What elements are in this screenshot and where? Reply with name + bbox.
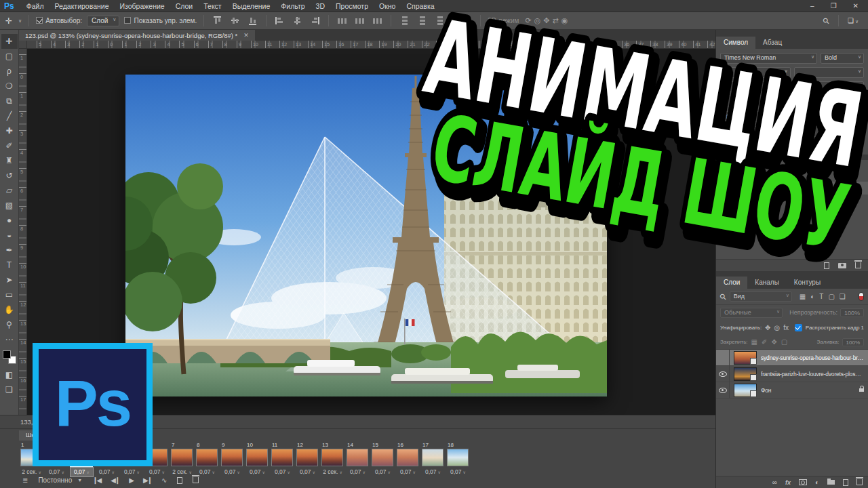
frame-duration-select[interactable]: 0,07 (121, 468, 143, 476)
dodge-tool[interactable]: ◒ (1, 228, 18, 243)
layer-row[interactable]: Фон (716, 382, 868, 399)
frame-duration-select[interactable]: 0,07 (397, 468, 419, 476)
opentype-button[interactable]: A (754, 111, 769, 122)
layer-mask-icon[interactable] (799, 479, 807, 485)
frame-duration-select[interactable]: 0,07 (246, 468, 269, 476)
font-style-select[interactable]: Bold (821, 53, 864, 64)
frame-duration-select[interactable]: 0,07 (221, 468, 243, 476)
layer-row[interactable]: frantsiia-parizh-luvr-louvre-dvorets-plo… (716, 366, 868, 382)
panel-tab[interactable]: Контуры (787, 277, 828, 289)
distribute-bottom-icon[interactable] (373, 16, 382, 25)
layer-name[interactable]: Фон (761, 387, 856, 394)
layer-row[interactable]: sydney-sunrise-opera-house-harbour-bridg… (716, 350, 868, 366)
menu-item[interactable]: Просмотр (330, 0, 374, 12)
filter-pixel-icon[interactable]: ▦ (800, 293, 806, 300)
crop-tool[interactable]: ⧉ (1, 94, 18, 108)
opentype-button[interactable]: 1st (805, 111, 820, 122)
menu-item[interactable]: Справка (401, 0, 439, 12)
visibility-toggle[interactable] (716, 366, 730, 382)
frame-thumbnail[interactable] (271, 449, 293, 466)
filter-type-icon[interactable]: T (819, 293, 823, 300)
horizontal-scale-field[interactable] (794, 96, 865, 106)
timeline-frame[interactable]: 10 0,07 (245, 442, 270, 476)
new-group-icon[interactable] (827, 480, 835, 485)
opentype-button[interactable]: T (788, 111, 803, 122)
antialias-select[interactable]: Резкое (767, 126, 864, 137)
timeline-settings-icon[interactable]: ≣ (22, 476, 28, 484)
3d-roll-icon[interactable]: ◎ (534, 16, 541, 24)
first-frame-icon[interactable]: ❙◀ (92, 476, 100, 484)
layer-thumbnail[interactable] (734, 351, 757, 365)
clone-stamp-tool[interactable]: ♜ (1, 153, 18, 168)
screen-mode-icon[interactable]: ❏ (1, 382, 18, 397)
frame-thumbnail[interactable] (347, 449, 368, 466)
menu-item[interactable]: Текст (198, 0, 226, 12)
distribute-left-icon[interactable] (400, 16, 409, 25)
menu-item[interactable]: Выделение (227, 0, 276, 12)
frame-duration-select[interactable]: 0,07 (45, 468, 68, 476)
3d-camera-icon[interactable]: ◉ (561, 16, 568, 24)
frame-duration-select[interactable]: 0,07 (347, 468, 369, 476)
menu-item[interactable]: Фильтр (275, 0, 310, 12)
blend-mode-select[interactable]: Обычные (720, 308, 783, 318)
timeline-frame[interactable]: 9 0,07 (220, 442, 245, 476)
restore-button[interactable]: ❐ (831, 2, 837, 9)
quick-selection-tool[interactable]: ❍ (1, 79, 18, 94)
search-icon[interactable]: ⚲ (821, 15, 831, 26)
quick-mask-icon[interactable]: ◧ (1, 367, 18, 382)
frame-duration-select[interactable]: 2 сек. (321, 468, 344, 476)
next-frame-icon[interactable]: ▶❙ (143, 476, 151, 484)
unify-position-icon[interactable]: ✥ (765, 324, 770, 331)
fill-value[interactable]: 100% (842, 338, 864, 346)
layer-thumbnail[interactable] (734, 367, 757, 381)
timeline-frame[interactable]: 18 0,07 (446, 442, 471, 476)
timeline-frame[interactable]: 7 2 сек. (170, 442, 195, 476)
kerning-select[interactable] (720, 81, 791, 92)
autoselect-checkbox[interactable]: Автовыбор: (36, 17, 82, 24)
link-layers-icon[interactable]: ∞ (772, 479, 777, 486)
frame-thumbnail[interactable] (422, 449, 443, 466)
panel-tab[interactable]: Каналы (747, 277, 787, 289)
history-brush-tool[interactable]: ↺ (1, 168, 18, 183)
panel-tab[interactable]: Абзац (755, 37, 789, 49)
frame-duration-select[interactable]: 0,07 (146, 468, 168, 476)
lock-pixels-icon[interactable]: ✐ (762, 338, 767, 346)
unify-style-icon[interactable]: fx (783, 324, 789, 331)
blur-tool[interactable]: ● (1, 213, 18, 228)
layer-filter-select[interactable]: Вид (730, 291, 792, 302)
edit-toolbar-icon[interactable]: ⋯ (1, 332, 18, 347)
language-select[interactable] (720, 126, 764, 137)
font-size-select[interactable] (720, 67, 791, 78)
layer-name[interactable]: frantsiia-parizh-luvr-louvre-dvorets-plo… (761, 371, 864, 378)
align-left-icon[interactable] (275, 16, 284, 25)
history-snapshot-thumbnail[interactable] (722, 163, 745, 179)
filter-toggle-icon[interactable] (859, 292, 864, 301)
opentype-button[interactable]: aa (771, 111, 786, 122)
zoom-tool[interactable]: ⚲ (1, 317, 18, 332)
menu-item[interactable]: Изображение (115, 0, 170, 12)
play-icon[interactable]: ▶ (129, 476, 133, 484)
gradient-tool[interactable]: ▧ (1, 198, 18, 213)
canvas-artwork[interactable] (125, 75, 607, 396)
timeline-frame[interactable]: 15 0,07 (370, 442, 395, 476)
3d-orbit-icon[interactable]: ⟳ (525, 16, 531, 24)
history-state-row[interactable] (716, 182, 868, 195)
vertical-ruler[interactable]: 101234567891011121314151617 (19, 49, 27, 415)
frame-duration-select[interactable]: 0,07 (296, 468, 319, 476)
opentype-button[interactable]: st (737, 111, 752, 122)
opentype-button[interactable]: fi (720, 111, 735, 122)
frame-thumbnail[interactable] (321, 449, 343, 466)
align-hcenter-icon[interactable] (293, 16, 302, 25)
visibility-toggle[interactable] (716, 382, 730, 399)
filter-adjustment-icon[interactable]: ◐ (810, 293, 814, 300)
new-document-from-state-icon[interactable] (824, 262, 829, 269)
frame-duration-select[interactable]: 2 сек. (171, 468, 193, 476)
type-tool[interactable]: T (1, 258, 18, 272)
adjustment-layer-icon[interactable]: ◐ (815, 479, 819, 486)
tween-icon[interactable]: ∿ (161, 476, 167, 484)
layer-name[interactable]: sydney-sunrise-opera-house-harbour-bridg… (761, 354, 864, 361)
color-swatches[interactable] (3, 350, 16, 364)
frame-thumbnail[interactable] (171, 449, 193, 466)
menu-item[interactable]: Слои (170, 0, 199, 12)
horizontal-ruler[interactable]: 5432101234567891011121314151617181920212… (27, 41, 715, 49)
